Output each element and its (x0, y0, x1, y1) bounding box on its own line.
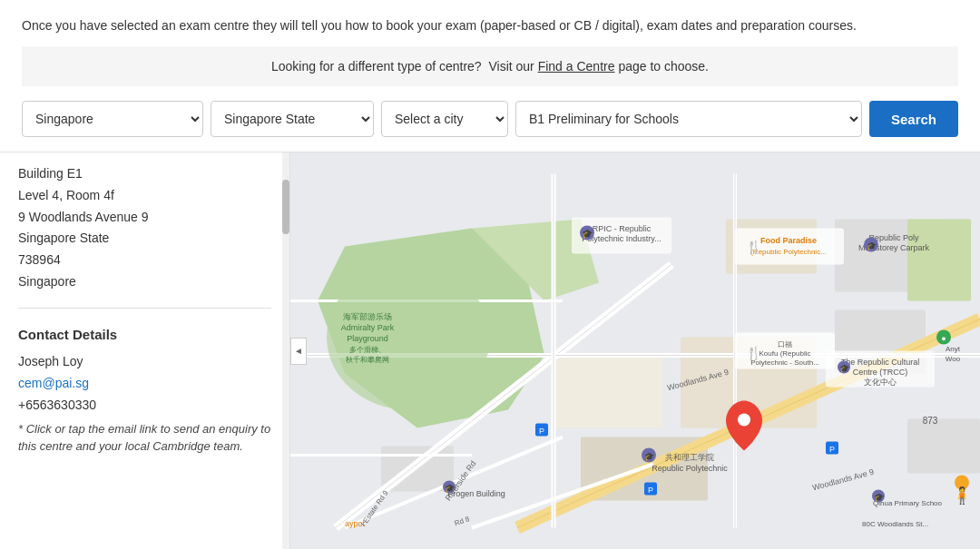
svg-text:Woo: Woo (946, 355, 961, 363)
svg-text:Republic Polytechnic: Republic Polytechnic (652, 464, 728, 473)
scroll-thumb[interactable] (282, 180, 289, 234)
svg-text:P: P (648, 486, 653, 495)
svg-text:P: P (539, 427, 544, 436)
country-select[interactable]: Singapore (22, 101, 203, 137)
contact-phone: +6563630330 (18, 395, 271, 417)
svg-text:共和理工学院: 共和理工学院 (665, 453, 714, 462)
svg-text:文化中心: 文化中心 (864, 378, 897, 387)
map-canvas[interactable]: P P P 海军部游乐场 Admiralty Park Playground 多… (290, 152, 980, 549)
svg-text:Polytechnic - South...: Polytechnic - South... (750, 358, 819, 367)
contact-name: Joseph Loy (18, 351, 271, 373)
city-select[interactable]: Select a city (381, 101, 508, 137)
svg-text:🧍: 🧍 (952, 486, 973, 506)
address-block: Building E1 Level 4, Room 4f 9 Woodlands… (18, 163, 271, 309)
svg-rect-11 (907, 220, 971, 301)
svg-text:口福: 口福 (778, 340, 792, 349)
svg-text:●: ● (941, 334, 946, 343)
contact-block: Contact Details Joseph Loy cem@pai.sg +6… (18, 323, 271, 456)
svg-text:aypot: aypot (345, 519, 366, 528)
search-button[interactable]: Search (869, 101, 958, 137)
svg-text:海军部游乐场: 海军部游乐场 (343, 312, 392, 321)
intro-text: Once you have selected an exam centre th… (0, 0, 980, 46)
map-area: ◄ (290, 152, 980, 549)
svg-text:Playground: Playground (347, 334, 388, 343)
svg-text:(Republic Polytechnic...: (Republic Polytechnic... (750, 248, 827, 256)
contact-note: * Click or tap the email link to send an… (18, 420, 271, 456)
svg-text:P: P (829, 445, 835, 454)
svg-text:Admiralty Park: Admiralty Park (341, 323, 395, 332)
room: Level 4, Room 4f (18, 185, 271, 207)
country: Singapore (18, 271, 271, 293)
contact-email-wrapper: cem@pai.sg (18, 373, 271, 395)
postal: 738964 (18, 250, 271, 271)
svg-point-85 (738, 414, 750, 427)
find-a-centre-link[interactable]: Find a Centre (538, 59, 615, 74)
svg-text:Anyt: Anyt (946, 345, 961, 353)
main-content: Building E1 Level 4, Room 4f 9 Woodlands… (0, 152, 980, 549)
svg-text:Koufu (Republic: Koufu (Republic (760, 349, 811, 358)
svg-text:多个滑梯、: 多个滑梯、 (349, 346, 386, 354)
contact-email-link[interactable]: cem@pai.sg (18, 376, 89, 390)
svg-text:The Republic Cultural: The Republic Cultural (841, 358, 920, 367)
svg-text:Centre (TRCC): Centre (TRCC) (853, 368, 908, 377)
svg-text:RPIC - Republic: RPIC - Republic (593, 224, 652, 233)
exam-select[interactable]: B1 Preliminary for Schools (515, 101, 862, 137)
state: Singapore State (18, 228, 271, 250)
map-svg: P P P 海军部游乐场 Admiralty Park Playground 多… (290, 152, 980, 549)
left-panel: Building E1 Level 4, Room 4f 9 Woodlands… (0, 152, 290, 549)
search-bar: Singapore Singapore State Select a city … (0, 86, 980, 152)
svg-text:Food Paradise: Food Paradise (760, 236, 817, 245)
map-collapse-arrow[interactable]: ◄ (290, 338, 307, 365)
svg-text:🎓: 🎓 (874, 492, 885, 503)
svg-text:🎓: 🎓 (867, 241, 877, 251)
scroll-indicator[interactable] (282, 152, 289, 549)
svg-text:🍴: 🍴 (746, 240, 762, 255)
svg-rect-10 (907, 419, 980, 474)
svg-text:🎓: 🎓 (839, 363, 850, 374)
svg-rect-3 (554, 356, 662, 428)
svg-text:秋千和攀爬网: 秋千和攀爬网 (346, 356, 389, 364)
svg-text:873: 873 (923, 416, 938, 426)
svg-text:🍴: 🍴 (746, 346, 762, 361)
street: 9 Woodlands Avenue 9 (18, 207, 271, 229)
svg-text:80C Woodlands St...: 80C Woodlands St... (862, 520, 928, 528)
info-banner: Looking for a different type of centre? … (22, 46, 958, 86)
svg-text:🎓: 🎓 (644, 451, 655, 462)
svg-text:🎓: 🎓 (582, 228, 593, 240)
state-select[interactable]: Singapore State (211, 101, 374, 137)
building-name: Building E1 (18, 163, 271, 185)
contact-heading: Contact Details (18, 323, 271, 347)
